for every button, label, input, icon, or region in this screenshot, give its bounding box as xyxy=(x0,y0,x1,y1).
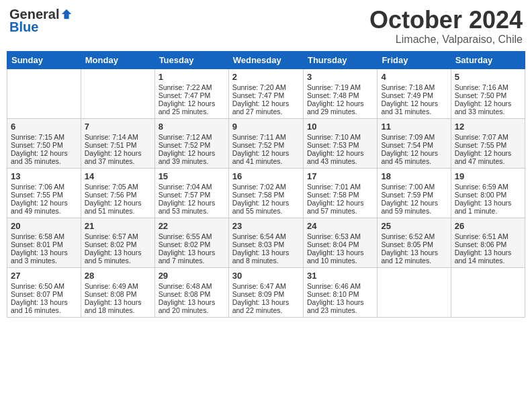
calendar-cell: 1Sunrise: 7:22 AMSunset: 7:47 PMDaylight… xyxy=(154,68,228,118)
day-number: 8 xyxy=(159,122,225,132)
sunrise-text: Sunrise: 6:53 AM xyxy=(307,232,361,240)
calendar-cell: 16Sunrise: 7:02 AMSunset: 7:58 PMDayligh… xyxy=(228,168,303,218)
calendar-cell: 23Sunrise: 6:54 AMSunset: 8:03 PMDayligh… xyxy=(228,218,303,267)
sunrise-text: Sunrise: 7:14 AM xyxy=(85,133,138,141)
sunrise-text: Sunrise: 7:12 AM xyxy=(159,133,212,141)
calendar-cell: 2Sunrise: 7:20 AMSunset: 7:47 PMDaylight… xyxy=(228,68,303,118)
day-number: 23 xyxy=(232,221,300,231)
day-number: 9 xyxy=(232,122,300,132)
sunset-text: Sunset: 8:02 PM xyxy=(85,240,137,248)
sunset-text: Sunset: 7:57 PM xyxy=(159,191,211,199)
day-number: 4 xyxy=(381,72,447,82)
calendar-week-row: 1Sunrise: 7:22 AMSunset: 7:47 PMDaylight… xyxy=(7,68,525,118)
calendar-cell: 21Sunrise: 6:57 AMSunset: 8:02 PMDayligh… xyxy=(81,218,154,267)
calendar-cell: 5Sunrise: 7:16 AMSunset: 7:50 PMDaylight… xyxy=(451,68,525,118)
daylight-text: Daylight: 12 hours and 45 minutes. xyxy=(381,149,438,165)
calendar-header-sunday: Sunday xyxy=(7,51,81,68)
calendar-cell: 29Sunrise: 6:48 AMSunset: 8:08 PMDayligh… xyxy=(154,267,228,317)
daylight-text: Daylight: 12 hours and 53 minutes. xyxy=(159,199,216,215)
sunrise-text: Sunrise: 7:15 AM xyxy=(11,133,64,141)
daylight-text: Daylight: 12 hours and 49 minutes. xyxy=(11,199,68,215)
day-number: 7 xyxy=(85,122,151,132)
sunrise-text: Sunrise: 7:02 AM xyxy=(232,183,286,191)
daylight-text: Daylight: 13 hours and 18 minutes. xyxy=(85,298,142,314)
calendar-cell: 9Sunrise: 7:11 AMSunset: 7:52 PMDaylight… xyxy=(228,118,303,168)
calendar-header-friday: Friday xyxy=(378,51,451,68)
calendar-cell: 13Sunrise: 7:06 AMSunset: 7:55 PMDayligh… xyxy=(7,168,81,218)
day-number: 17 xyxy=(307,171,373,181)
calendar-cell: 31Sunrise: 6:46 AMSunset: 8:10 PMDayligh… xyxy=(303,267,377,317)
calendar-cell: 19Sunrise: 6:59 AMSunset: 8:00 PMDayligh… xyxy=(451,168,525,218)
sunrise-text: Sunrise: 6:52 AM xyxy=(381,232,435,240)
sunset-text: Sunset: 8:07 PM xyxy=(11,290,63,298)
calendar-week-row: 13Sunrise: 7:06 AMSunset: 7:55 PMDayligh… xyxy=(7,168,525,218)
sunrise-text: Sunrise: 7:01 AM xyxy=(307,183,361,191)
sunset-text: Sunset: 8:09 PM xyxy=(232,290,285,298)
calendar-cell xyxy=(7,68,81,118)
sunrise-text: Sunrise: 7:09 AM xyxy=(381,133,435,141)
daylight-text: Daylight: 13 hours and 14 minutes. xyxy=(455,248,512,265)
daylight-text: Daylight: 13 hours and 7 minutes. xyxy=(159,248,216,265)
logo: General Blue xyxy=(9,7,73,35)
day-number: 5 xyxy=(455,72,521,82)
daylight-text: Daylight: 13 hours and 8 minutes. xyxy=(232,248,290,265)
sunset-text: Sunset: 7:59 PM xyxy=(381,191,433,199)
sunrise-text: Sunrise: 7:06 AM xyxy=(11,183,64,191)
day-number: 30 xyxy=(232,271,300,281)
day-number: 25 xyxy=(381,221,447,231)
sunrise-text: Sunrise: 7:18 AM xyxy=(381,83,435,91)
calendar-header-tuesday: Tuesday xyxy=(154,51,228,68)
daylight-text: Daylight: 12 hours and 59 minutes. xyxy=(381,199,438,215)
sunset-text: Sunset: 8:02 PM xyxy=(159,240,211,248)
page-header: General Blue October 2024 Limache, Valpa… xyxy=(7,7,525,46)
calendar-cell: 4Sunrise: 7:18 AMSunset: 7:49 PMDaylight… xyxy=(378,68,451,118)
calendar-cell xyxy=(378,267,451,317)
title-block: October 2024 Limache, Valparaiso, Chile xyxy=(369,7,523,46)
day-number: 29 xyxy=(159,271,225,281)
daylight-text: Daylight: 13 hours and 22 minutes. xyxy=(232,298,290,314)
sunrise-text: Sunrise: 6:48 AM xyxy=(159,282,212,290)
calendar-header-monday: Monday xyxy=(81,51,154,68)
calendar-cell: 28Sunrise: 6:49 AMSunset: 8:08 PMDayligh… xyxy=(81,267,154,317)
sunset-text: Sunset: 8:08 PM xyxy=(85,290,137,298)
day-number: 10 xyxy=(307,122,373,132)
calendar-cell: 6Sunrise: 7:15 AMSunset: 7:50 PMDaylight… xyxy=(7,118,81,168)
sunrise-text: Sunrise: 6:50 AM xyxy=(11,282,64,290)
day-number: 26 xyxy=(455,221,521,231)
calendar-cell: 15Sunrise: 7:04 AMSunset: 7:57 PMDayligh… xyxy=(154,168,228,218)
logo-icon xyxy=(60,8,73,20)
sunset-text: Sunset: 7:55 PM xyxy=(455,141,507,149)
day-number: 2 xyxy=(232,72,300,82)
day-number: 12 xyxy=(455,122,521,132)
main-title: October 2024 xyxy=(369,7,523,34)
sunset-text: Sunset: 7:54 PM xyxy=(381,141,433,149)
sunset-text: Sunset: 7:52 PM xyxy=(159,141,211,149)
sunrise-text: Sunrise: 7:19 AM xyxy=(307,83,361,91)
svg-marker-0 xyxy=(62,9,71,18)
sunset-text: Sunset: 8:00 PM xyxy=(455,191,507,199)
sunrise-text: Sunrise: 7:07 AM xyxy=(455,133,508,141)
daylight-text: Daylight: 13 hours and 23 minutes. xyxy=(307,298,364,314)
daylight-text: Daylight: 12 hours and 35 minutes. xyxy=(11,149,68,165)
daylight-text: Daylight: 12 hours and 57 minutes. xyxy=(307,199,364,215)
sunset-text: Sunset: 7:56 PM xyxy=(85,191,137,199)
sunset-text: Sunset: 7:49 PM xyxy=(381,91,433,99)
calendar-cell: 30Sunrise: 6:47 AMSunset: 8:09 PMDayligh… xyxy=(228,267,303,317)
sunset-text: Sunset: 7:58 PM xyxy=(307,191,359,199)
day-number: 13 xyxy=(11,171,77,181)
sunrise-text: Sunrise: 6:49 AM xyxy=(85,282,138,290)
day-number: 31 xyxy=(307,271,373,281)
daylight-text: Daylight: 12 hours and 51 minutes. xyxy=(85,199,142,215)
day-number: 20 xyxy=(11,221,77,231)
daylight-text: Daylight: 12 hours and 31 minutes. xyxy=(381,99,438,116)
day-number: 21 xyxy=(85,221,151,231)
daylight-text: Daylight: 12 hours and 47 minutes. xyxy=(455,149,512,165)
daylight-text: Daylight: 13 hours and 1 minute. xyxy=(455,199,512,215)
sunrise-text: Sunrise: 7:20 AM xyxy=(232,83,286,91)
logo-blue-text: Blue xyxy=(9,19,38,35)
sunrise-text: Sunrise: 6:46 AM xyxy=(307,282,361,290)
sunrise-text: Sunrise: 6:59 AM xyxy=(455,183,508,191)
sunrise-text: Sunrise: 6:54 AM xyxy=(232,232,286,240)
sunrise-text: Sunrise: 7:10 AM xyxy=(307,133,361,141)
day-number: 16 xyxy=(232,171,300,181)
